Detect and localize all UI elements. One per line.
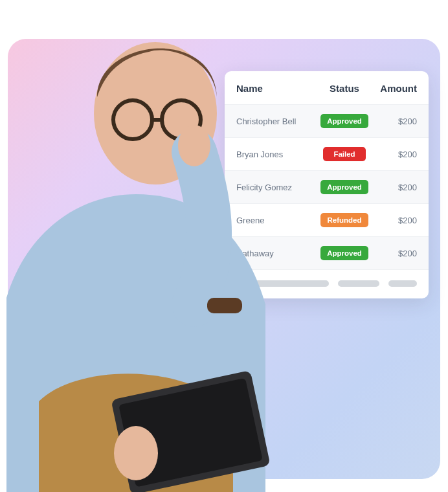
table-header-row: Name Status Amount	[225, 71, 429, 104]
cell-amount: $200	[372, 216, 417, 225]
cell-status: Approved	[317, 246, 372, 260]
status-badge: Approved	[320, 246, 368, 260]
cell-amount: $200	[372, 249, 417, 258]
cell-name: Bryan Jones	[236, 150, 317, 159]
cell-status: Refunded	[317, 213, 372, 227]
table-header-amount: Amount	[372, 83, 417, 94]
status-badge: Approved	[320, 114, 368, 128]
cell-amount: $200	[372, 150, 417, 159]
status-badge: Failed	[323, 147, 366, 161]
cell-name: Christopher Bell	[236, 117, 317, 126]
cell-name: Hathaway	[236, 249, 317, 258]
table-row[interactable]: Greene Refunded $200	[225, 203, 429, 236]
cell-status: Approved	[317, 114, 372, 128]
status-badge: Refunded	[320, 213, 368, 227]
table-header-name: Name	[236, 83, 317, 94]
status-badge: Approved	[320, 180, 368, 194]
skeleton-bar	[236, 280, 329, 287]
table-row[interactable]: Christopher Bell Approved $200	[225, 104, 429, 137]
table-skeleton-row	[225, 269, 429, 298]
table-header-status: Status	[317, 83, 372, 94]
skeleton-bar	[338, 280, 379, 287]
skeleton-bar	[388, 280, 417, 287]
cell-name: Felicity Gomez	[236, 183, 317, 192]
table-row[interactable]: Felicity Gomez Approved $200	[225, 170, 429, 203]
cell-status: Failed	[317, 147, 372, 161]
cell-status: Approved	[317, 180, 372, 194]
cell-amount: $200	[372, 117, 417, 126]
cell-name: Greene	[236, 216, 317, 225]
transactions-table-card: Name Status Amount Christopher Bell Appr…	[225, 71, 429, 298]
table-row[interactable]: Hathaway Approved $200	[225, 236, 429, 269]
cell-amount: $200	[372, 183, 417, 192]
table-row[interactable]: Bryan Jones Failed $200	[225, 137, 429, 170]
